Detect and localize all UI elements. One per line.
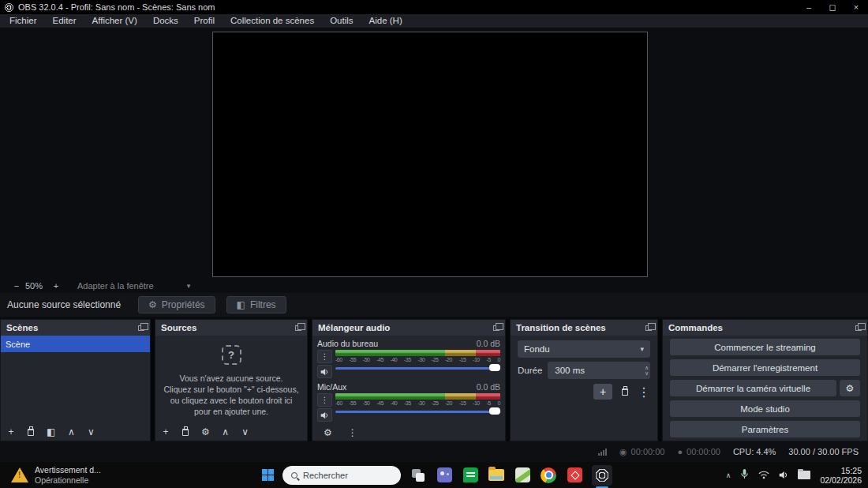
move-source-up-button[interactable]: ∧ — [222, 426, 230, 437]
source-context-bar: Aucune source sélectionné ⚙ Propriétés ◧… — [0, 293, 868, 317]
sources-panel-header[interactable]: Sources — [155, 320, 307, 336]
advanced-audio-gear-icon[interactable]: ⚙ — [324, 427, 332, 438]
teams-app-button[interactable] — [436, 467, 453, 484]
start-virtual-camera-button[interactable]: Démarrer la caméra virtuelle — [670, 380, 836, 396]
volume-slider[interactable] — [335, 363, 500, 373]
volume-slider-handle[interactable] — [489, 364, 500, 371]
properties-button[interactable]: ⚙ Propriétés — [138, 296, 215, 313]
start-button[interactable] — [262, 469, 274, 481]
restore-button[interactable]: ◻ — [821, 0, 844, 14]
taskbar-clock[interactable]: 15:25 02/02/2026 — [820, 466, 862, 485]
move-scene-up-button[interactable]: ∧ — [67, 426, 75, 437]
zoom-in-button[interactable]: + — [49, 281, 63, 291]
notification-subtitle: Opérationnelle — [35, 475, 101, 485]
detach-icon[interactable] — [138, 325, 144, 331]
move-scene-down-button[interactable]: ∨ — [87, 426, 95, 437]
spin-down-icon[interactable]: ∨ — [645, 370, 649, 376]
remove-scene-button[interactable] — [27, 429, 35, 436]
cpu-usage: CPU: 4.4% — [733, 447, 776, 456]
transition-selected-value: Fondu — [524, 344, 550, 354]
red-app-button[interactable] — [566, 467, 583, 484]
filters-label: Filtres — [250, 299, 276, 310]
menu-fichier[interactable]: Fichier — [2, 14, 45, 28]
detach-icon[interactable] — [295, 325, 301, 331]
minimize-button[interactable]: – — [797, 0, 821, 14]
start-recording-button[interactable]: Démarrer l'enregistrement — [670, 359, 860, 376]
preview-area — [0, 28, 868, 278]
menu-aide[interactable]: Aide (H) — [361, 14, 410, 28]
scenes-list: Scène + ◧ ∧ ∨ — [1, 336, 150, 441]
transition-type-select[interactable]: Fondu ▾ — [518, 340, 650, 358]
filters-button[interactable]: ◧ Filtres — [226, 296, 286, 313]
remove-transition-button[interactable] — [622, 385, 628, 399]
obs-application-window: OBS 32.0.4 - Profil: Sans nom - Scènes: … — [0, 0, 868, 488]
empty-hint-line: ou cliquez avec le bouton droit ici — [170, 395, 293, 406]
scene-list-item[interactable]: Scène — [1, 336, 150, 352]
notification-area[interactable]: Avertissement d... Opérationnelle — [11, 465, 101, 485]
fit-mode-caret-icon[interactable]: ▾ — [187, 282, 191, 290]
scenes-toolbar: + ◧ ∧ ∨ — [1, 423, 150, 441]
add-source-button[interactable]: + — [162, 426, 170, 437]
sources-toolbar: + ⚙ ∧ ∨ — [155, 423, 307, 441]
menu-outils[interactable]: Outils — [322, 14, 361, 28]
channel-menu-button[interactable]: ⋮ — [317, 393, 332, 407]
preview-canvas[interactable] — [212, 32, 648, 277]
close-button[interactable]: × — [844, 0, 868, 14]
taskbar-search[interactable]: Rechercher — [282, 466, 401, 485]
file-explorer-button[interactable] — [488, 467, 505, 484]
scenes-panel-header[interactable]: Scènes — [1, 320, 150, 336]
duration-input[interactable]: 300 ms ∧ ∨ — [548, 362, 650, 379]
scene-filters-button[interactable]: ◧ — [47, 426, 55, 437]
zoom-level: 50% — [25, 281, 43, 291]
menu-docks[interactable]: Docks — [145, 14, 186, 28]
transitions-panel-header[interactable]: Transition de scènes — [511, 320, 657, 336]
obs-taskbar-button[interactable] — [592, 465, 612, 486]
notepad-app-button[interactable] — [514, 467, 531, 484]
detach-icon[interactable] — [645, 325, 652, 331]
source-properties-button[interactable]: ⚙ — [201, 426, 210, 437]
wifi-tray-icon[interactable] — [758, 468, 769, 482]
menu-collection-scenes[interactable]: Collection de scènes — [223, 14, 322, 28]
move-source-down-button[interactable]: ∨ — [241, 426, 249, 437]
chat-app-button[interactable] — [462, 467, 479, 484]
tray-folder-icon[interactable] — [798, 471, 810, 479]
microphone-tray-icon[interactable] — [740, 468, 749, 482]
empty-hint-line: Vous n'avez aucune source. — [179, 373, 282, 384]
studio-mode-button[interactable]: Mode studio — [670, 400, 860, 417]
speaker-icon[interactable] — [317, 408, 332, 422]
duration-spinner[interactable]: ∧ ∨ — [645, 365, 649, 376]
chrome-button[interactable] — [540, 467, 557, 484]
channel-name: Mic/Aux — [317, 382, 346, 392]
mixer-menu-button[interactable]: ⋮ — [348, 427, 357, 438]
volume-slider[interactable] — [335, 407, 500, 416]
mixer-channel-desktop-audio: Audio du bureau 0.0 dB ⋮ -60-55-50-45-40… — [317, 338, 500, 378]
menu-editer[interactable]: Editer — [45, 14, 84, 28]
virtual-camera-settings-button[interactable]: ⚙ — [840, 380, 860, 396]
task-view-button[interactable] — [410, 467, 427, 484]
spin-up-icon[interactable]: ∧ — [645, 365, 649, 370]
tray-chevron-icon[interactable]: ∧ — [726, 471, 731, 479]
speaker-icon[interactable] — [317, 365, 332, 378]
detach-icon[interactable] — [855, 325, 862, 331]
controls-title: Commandes — [668, 323, 723, 332]
scenes-title: Scènes — [6, 323, 38, 332]
transition-menu-button[interactable]: ⋮ — [638, 385, 650, 400]
speaker-tray-icon[interactable] — [779, 468, 788, 482]
detach-icon[interactable] — [493, 325, 499, 331]
zoom-out-button[interactable]: − — [9, 281, 24, 291]
menu-profil[interactable]: Profil — [186, 14, 223, 28]
add-scene-button[interactable]: + — [7, 426, 15, 437]
settings-button[interactable]: Paramètres — [670, 421, 860, 437]
transitions-title: Transition de scènes — [516, 323, 606, 332]
add-transition-button[interactable]: + — [593, 384, 612, 400]
start-streaming-button[interactable]: Commencer le streaming — [670, 339, 860, 355]
controls-panel-header[interactable]: Commandes — [663, 320, 867, 336]
channel-menu-button[interactable]: ⋮ — [317, 350, 332, 363]
volume-slider-handle[interactable] — [489, 407, 500, 415]
remove-source-button[interactable] — [181, 429, 189, 436]
menu-afficher[interactable]: Afficher (V) — [84, 14, 145, 28]
obs-logo-icon — [5, 3, 13, 12]
fit-mode-label[interactable]: Adapter à la fenêtre — [77, 281, 154, 291]
window-controls: – ◻ × — [797, 0, 868, 14]
mixer-panel-header[interactable]: Mélangeur audio — [312, 320, 505, 336]
